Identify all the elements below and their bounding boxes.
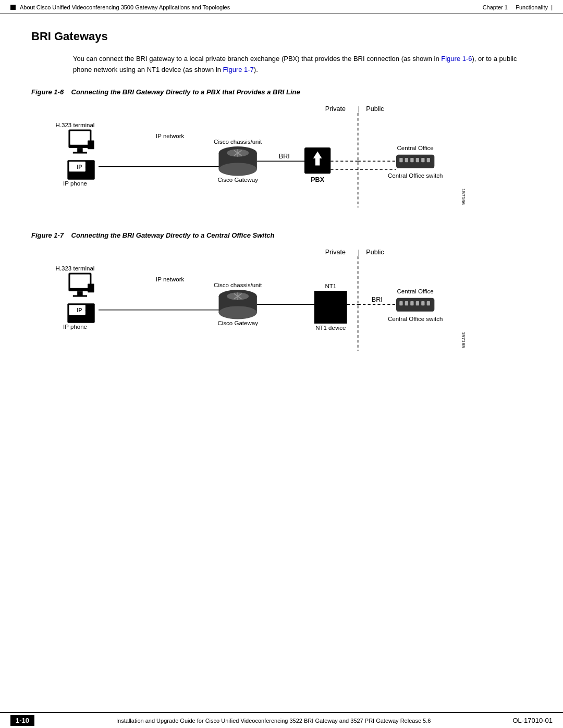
fig6-bri-label: BRI: [279, 153, 290, 160]
fig6-co-label2: Central Office switch: [388, 172, 443, 178]
fig6-cisco-bottom-ellipse: [219, 163, 257, 176]
footer-center-text: Installation and Upgrade Guide for Cisco…: [45, 718, 502, 724]
fig6-h323-screen: [70, 131, 90, 144]
fig6-port2: [405, 158, 408, 162]
footer-page-number: 1-10: [10, 715, 34, 726]
fig6-co-label1: Central Office: [397, 145, 434, 151]
figure7-label: Figure 1-7 Connecting the BRI Gateway Di…: [31, 231, 532, 239]
fig6-h323-keyboard: [88, 140, 94, 149]
figure6-svg: Private | Public H.323 terminal IP netwo…: [31, 101, 532, 216]
fig6-port6: [427, 158, 430, 162]
fig7-private-label: Private: [325, 248, 346, 255]
fig7-port3: [410, 301, 413, 305]
fig6-port4: [416, 158, 419, 162]
fig7-h323-keyboard: [88, 283, 94, 292]
figure6-diagram: Private | Public H.323 terminal IP netwo…: [31, 101, 532, 216]
fig6-h323-stand: [77, 148, 82, 152]
fig7-cisco-gateway-label: Cisco Gateway: [217, 320, 258, 326]
fig7-cisco-chassis-label: Cisco chassis/unit: [214, 281, 262, 288]
fig7-port6: [427, 301, 430, 305]
fig7-port2: [405, 301, 408, 305]
fig7-public-label: Public: [366, 248, 384, 255]
fig6-ipphone-label: IP phone: [63, 180, 87, 187]
fig6-cisco-gateway-label: Cisco Gateway: [217, 177, 258, 183]
fig6-port1: [399, 158, 402, 162]
header-section: Functionality: [516, 4, 548, 10]
fig7-ip-text: IP: [77, 307, 82, 313]
fig6-h323-base: [73, 152, 87, 153]
figure7-svg: Private | Public H.323 terminal IP netwo…: [31, 244, 532, 359]
fig6-ipnetwork-label: IP network: [156, 133, 184, 139]
fig7-port5: [421, 301, 424, 305]
header-chapter: Chapter 1: [483, 4, 508, 10]
fig7-co-label1: Central Office: [397, 288, 434, 294]
fig6-public-label: Public: [366, 105, 384, 112]
fig7-port1: [399, 301, 402, 305]
fig7-pipe: |: [358, 248, 360, 255]
page-header: About Cisco Unified Videoconferencing 35…: [0, 0, 563, 14]
page-footer: 1-10 Installation and Upgrade Guide for …: [0, 712, 563, 728]
header-bullet-icon: [10, 5, 16, 10]
fig7-co-label2: Central Office switch: [388, 315, 443, 322]
fig6-pbx-label: PBX: [311, 176, 324, 183]
fig7-h323-stand: [77, 291, 82, 295]
fig7-port4: [416, 301, 419, 305]
figure6-link[interactable]: Figure 1-6: [441, 55, 472, 63]
fig6-h323-label: H.323 terminal: [56, 122, 95, 128]
fig6-cisco-chassis-label: Cisco chassis/unit: [214, 138, 262, 144]
fig7-nt1-body: [314, 291, 347, 324]
figure6-label: Figure 1-6 Connecting the BRI Gateway Di…: [31, 88, 532, 96]
fig7-h323-label: H.323 terminal: [56, 265, 95, 272]
footer-doc-number: OL-17010-01: [512, 717, 553, 724]
fig7-bri-label: BRI: [372, 296, 383, 303]
figure7-diagram: Private | Public H.323 terminal IP netwo…: [31, 244, 532, 359]
fig7-nt1-label1: NT1: [325, 282, 336, 289]
header-right: Chapter 1 Functionality |: [483, 4, 553, 10]
figure7-link[interactable]: Figure 1-7: [223, 66, 254, 73]
section-title: BRI Gateways: [31, 30, 532, 43]
fig6-port5: [421, 158, 424, 162]
fig7-h323-screen: [70, 274, 90, 288]
fig7-h323-base: [73, 295, 87, 297]
fig6-ip-text: IP: [77, 164, 82, 169]
fig6-private-label: Private: [325, 105, 346, 112]
body-text: You can connect the BRI gateway to a loc…: [73, 54, 532, 76]
fig7-ipphone-label: IP phone: [63, 324, 87, 330]
header-left: About Cisco Unified Videoconferencing 35…: [10, 4, 230, 10]
fig7-fignum: 157165: [461, 331, 467, 348]
header-breadcrumb: About Cisco Unified Videoconferencing 35…: [20, 4, 230, 10]
fig7-cisco-bottom-ellipse: [219, 306, 257, 319]
fig6-fignum: 157166: [461, 188, 467, 204]
fig6-port3: [410, 158, 413, 162]
main-content: BRI Gateways You can connect the BRI gat…: [0, 14, 563, 385]
fig6-pipe: |: [358, 105, 360, 112]
fig7-ipnetwork-label: IP network: [156, 276, 184, 282]
fig7-nt1-label2: NT1 device: [315, 325, 346, 331]
